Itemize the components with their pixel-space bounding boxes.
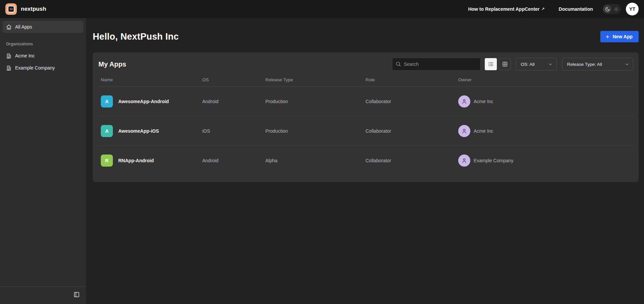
building-icon bbox=[6, 53, 12, 59]
app-initial: R bbox=[105, 158, 109, 163]
app-initial: A bbox=[105, 99, 109, 104]
plus-icon bbox=[605, 34, 610, 39]
app-os: Android bbox=[202, 158, 265, 163]
column-header-name: Name bbox=[101, 77, 202, 82]
sidebar-item-label: Example Company bbox=[15, 65, 55, 71]
release-type-filter-dropdown[interactable]: Release Type: All bbox=[562, 58, 633, 71]
home-icon bbox=[6, 24, 12, 30]
grid-icon bbox=[502, 61, 508, 67]
documentation-link[interactable]: Documantation bbox=[559, 6, 593, 12]
brand-name: nextpush bbox=[21, 6, 46, 12]
brand[interactable]: <> nextpush bbox=[5, 3, 46, 15]
search-icon bbox=[395, 61, 401, 67]
nextpush-logo-icon: <> bbox=[5, 3, 17, 15]
topbar-right: How to Replacement AppCenter ↗ Documanta… bbox=[468, 3, 639, 15]
owner-avatar bbox=[458, 95, 470, 107]
new-app-button[interactable]: New App bbox=[600, 31, 639, 42]
appcenter-replacement-link[interactable]: How to Replacement AppCenter ↗ bbox=[468, 6, 545, 12]
owner-avatar bbox=[458, 125, 470, 137]
list-view-button[interactable] bbox=[485, 58, 497, 70]
owner-avatar bbox=[458, 155, 470, 167]
app-name: AwesomeApp-iOS bbox=[118, 128, 159, 134]
app-icon: A bbox=[101, 125, 113, 137]
owner-name: Example Company bbox=[474, 158, 513, 163]
appcenter-replacement-link-label: How to Replacement AppCenter bbox=[468, 6, 540, 12]
app-icon: A bbox=[101, 95, 113, 107]
sidebar-item-label: Acme Inc bbox=[15, 53, 35, 58]
person-icon bbox=[461, 128, 468, 134]
app-os: iOS bbox=[202, 128, 265, 134]
table-row[interactable]: R RNApp-Android Android Alpha Collaborat… bbox=[98, 146, 633, 175]
external-link-icon: ↗ bbox=[541, 7, 545, 11]
table-row[interactable]: A AwesomeApp-iOS iOS Production Collabor… bbox=[98, 116, 633, 146]
sidebar-footer bbox=[0, 286, 86, 304]
column-header-owner: Owner bbox=[458, 77, 631, 82]
release-type-filter-label: Release Type: All bbox=[567, 62, 602, 67]
search-input[interactable] bbox=[392, 58, 481, 71]
app-icon: R bbox=[101, 155, 113, 167]
organizations-label: Organizations bbox=[3, 33, 83, 50]
code-glyph: <> bbox=[10, 7, 13, 11]
panel-left-icon bbox=[73, 291, 80, 298]
app-os: Android bbox=[202, 99, 265, 104]
column-header-role: Role bbox=[366, 77, 458, 82]
app-role: Collaborator bbox=[366, 99, 458, 104]
moon-icon[interactable] bbox=[603, 5, 611, 13]
app-release-type: Production bbox=[265, 99, 366, 104]
table-row[interactable]: A AwesomeApp-Android Android Production … bbox=[98, 87, 633, 116]
page-title: Hello, NextPush Inc bbox=[93, 32, 179, 42]
chevron-down-icon bbox=[625, 62, 630, 67]
sidebar-item-label: All Apps bbox=[15, 24, 32, 30]
chevron-down-icon bbox=[548, 62, 553, 67]
sidebar-item-all-apps[interactable]: All Apps bbox=[3, 21, 83, 33]
app-release-type: Production bbox=[265, 128, 366, 134]
search-box bbox=[392, 58, 481, 71]
sidebar: All Apps Organizations Acme Inc Example … bbox=[0, 18, 86, 304]
person-icon bbox=[461, 98, 468, 105]
owner-name: Acme Inc bbox=[474, 128, 493, 134]
owner-name: Acme Inc bbox=[474, 99, 493, 104]
os-filter-label: OS: All bbox=[521, 62, 534, 67]
sidebar-nav: All Apps Organizations Acme Inc Example … bbox=[0, 18, 86, 77]
building-icon bbox=[6, 65, 12, 71]
filters: OS: All Release Type: All bbox=[392, 58, 633, 71]
app-release-type: Alpha bbox=[265, 158, 366, 163]
panel-title: My Apps bbox=[98, 60, 126, 68]
app-name: RNApp-Android bbox=[118, 158, 154, 163]
app-role: Collaborator bbox=[366, 128, 458, 134]
sun-icon[interactable] bbox=[612, 5, 620, 13]
app-role: Collaborator bbox=[366, 158, 458, 163]
sidebar-item-example-company[interactable]: Example Company bbox=[3, 62, 83, 74]
list-icon bbox=[488, 61, 494, 67]
sidebar-item-acme-inc[interactable]: Acme Inc bbox=[3, 50, 83, 62]
new-app-button-label: New App bbox=[613, 34, 633, 39]
person-icon bbox=[461, 157, 468, 164]
theme-toggle[interactable] bbox=[602, 4, 621, 14]
app-initial: A bbox=[105, 128, 109, 134]
os-filter-dropdown[interactable]: OS: All bbox=[516, 58, 557, 71]
my-apps-panel: My Apps OS: All bbox=[93, 52, 639, 182]
topbar: <> nextpush How to Replacement AppCenter… bbox=[0, 0, 644, 18]
sidebar-collapse-button[interactable] bbox=[72, 290, 81, 299]
main-content: Hello, NextPush Inc New App My Apps bbox=[86, 18, 644, 304]
table-header: Name OS Release Type Role Owner bbox=[98, 73, 633, 87]
column-header-os: OS bbox=[202, 77, 265, 82]
apps-table: Name OS Release Type Role Owner A Awesom… bbox=[93, 73, 639, 175]
app-name: AwesomeApp-Android bbox=[118, 99, 169, 104]
column-header-release-type: Release Type bbox=[265, 77, 366, 82]
user-avatar[interactable]: YT bbox=[626, 3, 639, 15]
grid-view-button[interactable] bbox=[499, 58, 511, 70]
